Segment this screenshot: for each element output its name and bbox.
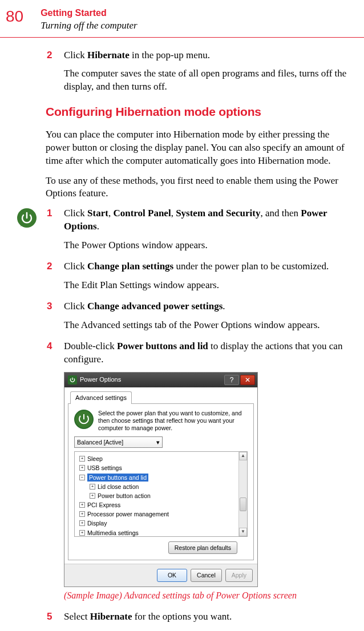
heading-configure-hibernation: Configuring Hibernation mode options: [46, 104, 353, 120]
dialog-tabs: Advanced settings: [68, 391, 254, 404]
tree-item-label: Lid close action: [98, 483, 139, 491]
dropdown-value: Balanced [Active]: [77, 438, 123, 446]
apply-button[interactable]: Apply: [225, 569, 253, 581]
tree-item[interactable]: +Lid close action: [77, 482, 247, 491]
step-text: Click Hibernate in the pop-up menu.: [64, 49, 353, 62]
bold-term: System and Security: [176, 208, 260, 219]
step-4: 4Double-click Power buttons and lid to d…: [46, 340, 353, 366]
text: .: [223, 301, 225, 312]
step-2-hibernate: 2 Click Hibernate in the pop-up menu.: [46, 49, 353, 62]
tree-item-label: PCI Express: [87, 501, 120, 509]
step-followup: The Advanced settings tab of the Power O…: [64, 319, 353, 332]
tree-item[interactable]: +Display: [77, 519, 247, 528]
text: in the pop-up menu.: [132, 50, 210, 60]
bold-term: Change advanced power settings: [87, 301, 223, 312]
step-number: 3: [46, 300, 64, 313]
tree-item[interactable]: +PCI Express: [77, 500, 247, 509]
dialog-titlebar: Power Options ? ✕: [64, 373, 257, 387]
tree-item-label: Power button action: [98, 492, 151, 500]
tree-item-label: Display: [87, 519, 107, 527]
page-number: 80: [6, 6, 23, 27]
text: Click: [64, 261, 87, 272]
tree-item[interactable]: +Processor power management: [77, 509, 247, 519]
step-followup: The Power Options window appears.: [64, 239, 353, 252]
tab-advanced-settings[interactable]: Advanced settings: [70, 391, 132, 404]
chapter-title: Getting Started: [41, 7, 137, 19]
expand-icon[interactable]: +: [79, 502, 85, 508]
expand-icon[interactable]: +: [79, 530, 85, 536]
tree-item-label: USB settings: [87, 464, 122, 472]
step-followup: The computer saves the state of all open…: [64, 67, 353, 94]
step-text: Click Change plan settings under the pow…: [64, 260, 353, 273]
text: Click: [64, 208, 87, 219]
section-title: Turning off the computer: [41, 19, 137, 33]
paragraph: To use any of these methods, you first n…: [46, 175, 353, 201]
step-number: 1: [46, 207, 64, 233]
step-text: Click Start, Control Panel, System and S…: [64, 207, 353, 233]
expand-icon[interactable]: +: [79, 511, 85, 517]
text: Select: [64, 611, 90, 622]
cancel-button[interactable]: Cancel: [191, 569, 222, 581]
text: under the power plan to be customized.: [173, 261, 329, 272]
tree-item[interactable]: +Multimedia settings: [77, 528, 247, 537]
page-header: 80 Getting Started Turning off the compu…: [0, 0, 364, 38]
dialog-description: Select the power plan that you want to c…: [98, 410, 248, 432]
scroll-up-button[interactable]: ▲: [239, 452, 247, 460]
figure-caption: (Sample Image) Advanced settings tab of …: [64, 589, 353, 602]
step-text: Click Change advanced power settings.: [64, 300, 353, 313]
settings-tree[interactable]: +Sleep+USB settings−Power buttons and li…: [74, 451, 248, 537]
text: Double-click: [64, 341, 117, 351]
bold-term: Start: [87, 208, 108, 219]
collapse-icon[interactable]: −: [79, 475, 85, 480]
tree-item-label: Sleep: [87, 455, 103, 463]
step-3: 3Click Change advanced power settings.: [46, 300, 353, 313]
expand-icon[interactable]: +: [90, 484, 95, 490]
dialog-title: Power Options: [80, 375, 121, 384]
step-number: 2: [46, 260, 64, 273]
tree-item[interactable]: +Sleep: [77, 454, 247, 463]
ok-button[interactable]: OK: [157, 569, 187, 581]
power-options-dialog: Power Options ? ✕ Advanced settings: [64, 372, 258, 587]
step-number: 5: [46, 610, 64, 624]
step-text: Double-click Power buttons and lid to di…: [64, 340, 353, 366]
step-text: Select Hibernate for the options you wan…: [64, 610, 353, 624]
power-plan-icon: [74, 410, 94, 429]
text: , and then: [260, 208, 301, 219]
step-number: 4: [46, 340, 64, 366]
scroll-down-button[interactable]: ▼: [239, 528, 247, 536]
scrollbar[interactable]: ▲ ▼: [238, 452, 247, 536]
paragraph: You can place the computer into Hibernat…: [46, 128, 353, 168]
tree-item-label: Processor power management: [87, 510, 169, 518]
step-followup: The Edit Plan Settings window appears.: [64, 279, 353, 292]
step-1: 1Click Start, Control Panel, System and …: [46, 207, 353, 233]
expand-icon[interactable]: +: [90, 493, 95, 499]
expand-icon[interactable]: +: [79, 456, 85, 462]
restore-defaults-button[interactable]: Restore plan defaults: [168, 541, 237, 554]
text: Click: [64, 301, 87, 312]
expand-icon[interactable]: +: [79, 465, 85, 471]
expand-icon[interactable]: +: [79, 520, 85, 526]
plan-dropdown[interactable]: Balanced [Active] ▾: [74, 436, 163, 448]
scroll-thumb[interactable]: [240, 497, 246, 511]
power-icon: [16, 207, 38, 229]
tree-item-label: Multimedia settings: [87, 529, 139, 537]
help-button[interactable]: ?: [224, 375, 239, 385]
tree-item[interactable]: +USB settings: [77, 463, 247, 472]
tree-item[interactable]: +Power button action: [77, 491, 247, 500]
text: for the options you want.: [132, 611, 232, 622]
close-button[interactable]: ✕: [240, 375, 255, 385]
tree-item-label: Power buttons and lid: [87, 474, 148, 482]
text: ,: [171, 208, 176, 219]
bold-term: Control Panel: [113, 208, 171, 219]
header-titles: Getting Started Turning off the computer: [41, 6, 137, 33]
tree-item[interactable]: −Power buttons and lid: [77, 473, 247, 482]
text: .: [97, 221, 99, 232]
step-2: 2Click Change plan settings under the po…: [46, 260, 353, 273]
bold-term: Hibernate: [90, 611, 132, 622]
power-options-icon: [68, 375, 77, 385]
chevron-down-icon: ▾: [156, 438, 160, 446]
step-5: 5 Select Hibernate for the options you w…: [46, 610, 353, 624]
bold-term: Change plan settings: [87, 261, 173, 272]
step-number: 2: [46, 49, 64, 62]
bold-term: Power buttons and lid: [117, 341, 208, 351]
